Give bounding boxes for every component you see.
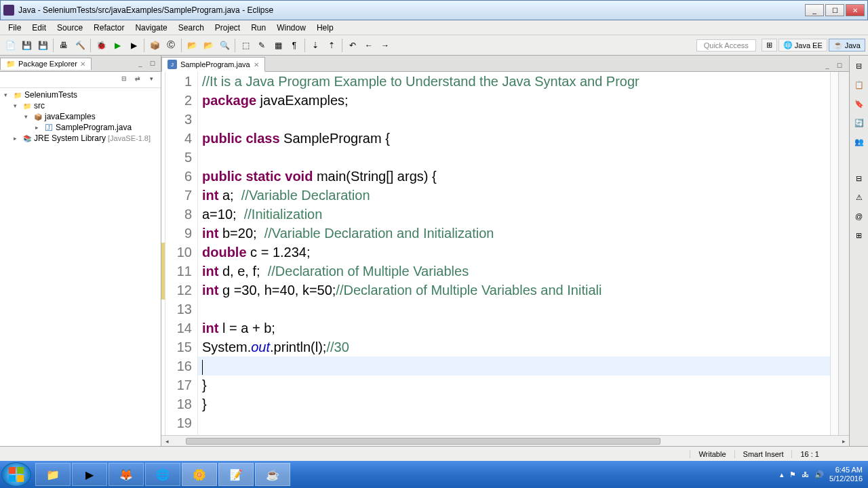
- collapse-all-button[interactable]: ⊟: [119, 73, 130, 84]
- taskbar-notepad[interactable]: 📝: [218, 463, 254, 486]
- code-line[interactable]: [198, 148, 830, 167]
- menu-run[interactable]: Run: [245, 22, 271, 34]
- line-number[interactable]: 19: [165, 413, 192, 432]
- code-editor[interactable]: 12345678910111213141516171819 //It is a …: [161, 72, 849, 435]
- taskbar-eclipse[interactable]: ☕: [255, 463, 290, 486]
- save-all-button[interactable]: 💾: [35, 38, 50, 53]
- expand-icon[interactable]: ▾: [14, 102, 20, 109]
- show-whitespace-button[interactable]: ¶: [287, 38, 302, 53]
- code-line[interactable]: int g =30, h=40, k=50;//Declaration of M…: [198, 281, 830, 300]
- line-number[interactable]: 10: [165, 243, 192, 262]
- code-line[interactable]: }: [198, 394, 830, 413]
- package-explorer-tab[interactable]: 📁 Package Explorer ✕: [0, 58, 92, 70]
- code-line[interactable]: a=10; //Initialization: [198, 205, 830, 224]
- line-number[interactable]: 4: [165, 129, 192, 148]
- declaration-button[interactable]: ⊞: [852, 228, 867, 243]
- new-button[interactable]: 📄: [3, 38, 18, 53]
- javadoc-button[interactable]: @: [852, 209, 867, 224]
- menu-edit[interactable]: Edit: [26, 22, 52, 34]
- line-number[interactable]: 8: [165, 205, 192, 224]
- code-line[interactable]: package javaExamples;: [198, 91, 830, 110]
- taskbar-chrome[interactable]: 🌐: [145, 463, 180, 486]
- perspective-java[interactable]: ☕Java: [829, 39, 865, 52]
- line-number[interactable]: 3: [165, 110, 192, 129]
- tree-package[interactable]: ▾ 📦 javaExamples: [1, 111, 159, 122]
- line-number[interactable]: 18: [165, 394, 192, 413]
- project-tree[interactable]: ▾ 📁 SeleniumTests ▾ 📁 src ▾ 📦 javaExampl…: [0, 88, 161, 446]
- tree-project[interactable]: ▾ 📁 SeleniumTests: [1, 89, 159, 100]
- sync-button[interactable]: 🔄: [852, 115, 867, 130]
- line-number[interactable]: 15: [165, 338, 192, 357]
- code-line[interactable]: [198, 110, 830, 129]
- menu-navigate[interactable]: Navigate: [130, 22, 172, 34]
- line-number-gutter[interactable]: 12345678910111213141516171819: [165, 72, 198, 435]
- team-button[interactable]: 👥: [852, 134, 867, 149]
- back-button[interactable]: ←: [361, 38, 376, 53]
- code-line[interactable]: //It is a Java Program Example to Unders…: [198, 72, 830, 91]
- editor-tab[interactable]: J SampleProgram.java ✕: [161, 57, 265, 72]
- menu-project[interactable]: Project: [210, 22, 245, 34]
- tree-jre[interactable]: ▸ 📚 JRE System Library [JavaSE-1.8]: [1, 133, 159, 144]
- line-number[interactable]: 14: [165, 319, 192, 338]
- last-edit-button[interactable]: ↶: [345, 38, 360, 53]
- open-task-button[interactable]: 📂: [201, 38, 216, 53]
- collapse-icon[interactable]: ▸: [35, 124, 42, 131]
- code-line[interactable]: int b=20; //Variable Declaration and Ini…: [198, 224, 830, 243]
- line-number[interactable]: 1: [165, 72, 192, 91]
- toggle-breadcrumb-button[interactable]: ⬚: [238, 38, 253, 53]
- view-menu-button[interactable]: ▾: [146, 73, 157, 84]
- warning-marker-icon[interactable]: [161, 281, 165, 300]
- open-perspective-button[interactable]: ⊞: [762, 39, 777, 52]
- menu-source[interactable]: Source: [52, 22, 88, 34]
- close-icon[interactable]: ✕: [254, 61, 259, 68]
- expand-icon[interactable]: ▾: [24, 113, 31, 120]
- debug-button[interactable]: 🐞: [94, 38, 108, 53]
- code-line[interactable]: [198, 357, 830, 375]
- line-number[interactable]: 16: [165, 357, 192, 375]
- menu-file[interactable]: File: [3, 22, 26, 34]
- minimize-button[interactable]: _: [805, 4, 824, 16]
- coverage-button[interactable]: ▶: [126, 38, 141, 53]
- system-tray[interactable]: ▴ ⚑ 🖧 🔊 6:45 AM 5/12/2016: [780, 466, 867, 483]
- tray-flag-icon[interactable]: ⚑: [789, 470, 796, 479]
- code-line[interactable]: }: [198, 375, 830, 394]
- perspective-java-ee[interactable]: 🌐Java EE: [778, 39, 827, 52]
- open-type-button[interactable]: 📂: [184, 38, 199, 53]
- close-button[interactable]: ✕: [846, 4, 865, 16]
- taskbar-media-player[interactable]: ▶: [72, 463, 107, 486]
- line-number[interactable]: 13: [165, 300, 192, 319]
- quick-access-input[interactable]: Quick Access: [696, 39, 756, 52]
- menu-help[interactable]: Help: [311, 22, 339, 34]
- new-package-button[interactable]: 📦: [147, 38, 162, 53]
- code-line[interactable]: public class SampleProgram {: [198, 129, 830, 148]
- prev-annotation-button[interactable]: ⇡: [324, 38, 339, 53]
- vertical-scrollbar[interactable]: [838, 72, 849, 435]
- code-content[interactable]: //It is a Java Program Example to Unders…: [198, 72, 830, 435]
- restore-button[interactable]: ⊟: [852, 58, 867, 73]
- taskbar-firefox[interactable]: 🦊: [108, 463, 144, 486]
- task-list-button[interactable]: 📋: [852, 77, 867, 92]
- toggle-block-button[interactable]: ▦: [271, 38, 285, 53]
- expand-icon[interactable]: ▾: [4, 92, 11, 98]
- forward-button[interactable]: →: [378, 38, 393, 53]
- new-class-button[interactable]: Ⓒ: [163, 38, 178, 53]
- code-line[interactable]: public static void main(String[] args) {: [198, 167, 830, 186]
- minimize-editor-button[interactable]: _: [822, 60, 833, 71]
- toggle-mark-button[interactable]: ✎: [254, 38, 269, 53]
- line-number[interactable]: 6: [165, 167, 192, 186]
- outline-button[interactable]: 🔖: [852, 96, 867, 111]
- menu-window[interactable]: Window: [271, 22, 311, 34]
- tray-network-icon[interactable]: 🖧: [802, 470, 809, 479]
- line-number[interactable]: 5: [165, 148, 192, 167]
- menu-search[interactable]: Search: [173, 22, 210, 34]
- link-editor-button[interactable]: ⇄: [132, 73, 143, 84]
- scroll-right-button[interactable]: ▸: [838, 436, 849, 447]
- code-line[interactable]: int a; //Variable Declaration: [198, 186, 830, 205]
- minimize-view-button[interactable]: _: [135, 58, 146, 69]
- line-number[interactable]: 17: [165, 375, 192, 394]
- start-button[interactable]: [1, 462, 31, 487]
- maximize-editor-button[interactable]: ☐: [834, 60, 845, 71]
- restore-lower-button[interactable]: ⊟: [852, 171, 867, 186]
- tray-show-hidden-icon[interactable]: ▴: [780, 470, 784, 479]
- next-annotation-button[interactable]: ⇣: [308, 38, 323, 53]
